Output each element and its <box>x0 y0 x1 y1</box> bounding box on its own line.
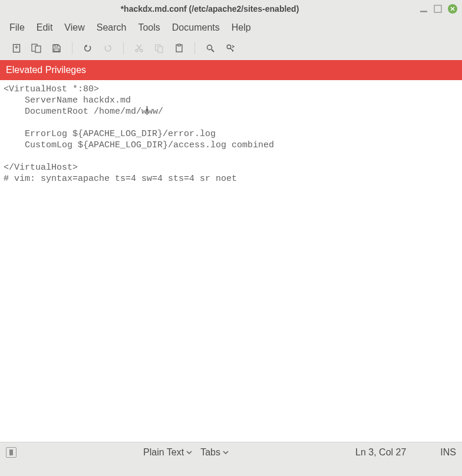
save-icon[interactable] <box>48 40 65 57</box>
text-editor-area[interactable]: <VirtualHost *:80> ServerName hackdx.md … <box>0 80 462 442</box>
menu-search[interactable]: Search <box>92 21 131 34</box>
svg-rect-16 <box>158 47 163 52</box>
svg-rect-8 <box>35 46 41 52</box>
insert-mode[interactable]: INS <box>440 447 456 458</box>
menu-help[interactable]: Help <box>227 21 256 34</box>
close-button[interactable] <box>448 4 457 14</box>
svg-point-13 <box>136 49 138 52</box>
redo-icon <box>100 40 116 57</box>
chevron-down-icon <box>186 449 192 455</box>
toolbar <box>0 37 462 60</box>
title-bar: *hackdx.md.conf (/etc/apache2/sites-enab… <box>0 0 462 18</box>
svg-rect-10 <box>54 49 59 51</box>
syntax-dropdown[interactable]: Plain Text <box>143 447 192 458</box>
editor-content[interactable]: <VirtualHost *:80> ServerName hackdx.md … <box>0 80 462 188</box>
cut-icon <box>131 40 147 57</box>
search-icon[interactable] <box>202 40 219 57</box>
svg-rect-1 <box>434 5 441 12</box>
svg-line-22 <box>230 48 232 50</box>
new-document-icon[interactable] <box>8 40 25 57</box>
syntax-label: Plain Text <box>143 447 184 458</box>
menu-view[interactable]: View <box>60 21 89 34</box>
paste-icon[interactable] <box>171 40 187 57</box>
svg-point-19 <box>207 45 212 50</box>
indent-label: Tabs <box>200 447 220 458</box>
menu-documents[interactable]: Documents <box>167 21 225 34</box>
svg-rect-18 <box>178 44 180 46</box>
indent-dropdown[interactable]: Tabs <box>200 447 229 458</box>
menu-file[interactable]: File <box>5 21 29 34</box>
find-replace-icon[interactable] <box>222 40 239 57</box>
undo-icon[interactable] <box>80 40 96 57</box>
minimize-button[interactable] <box>418 4 429 14</box>
copy-icon <box>151 40 167 57</box>
side-panel-toggle-icon[interactable] <box>6 447 16 458</box>
maximize-button[interactable] <box>433 4 443 14</box>
menu-bar: File Edit View Search Tools Documents He… <box>0 18 462 37</box>
privileges-banner: Elevated Privileges <box>0 60 462 80</box>
menu-tools[interactable]: Tools <box>133 21 164 34</box>
chevron-down-icon <box>223 449 229 455</box>
cursor-position: Ln 3, Col 27 <box>355 447 406 458</box>
toolbar-separator <box>194 42 195 54</box>
svg-point-14 <box>140 49 143 52</box>
toolbar-separator <box>123 42 124 54</box>
svg-line-20 <box>212 49 214 52</box>
svg-point-21 <box>227 45 230 48</box>
status-bar: Plain Text Tabs Ln 3, Col 27 INS <box>0 442 462 462</box>
toolbar-separator <box>72 42 72 54</box>
open-document-icon[interactable] <box>28 40 45 57</box>
menu-edit[interactable]: Edit <box>32 21 58 34</box>
window-title: *hackdx.md.conf (/etc/apache2/sites-enab… <box>5 4 415 14</box>
